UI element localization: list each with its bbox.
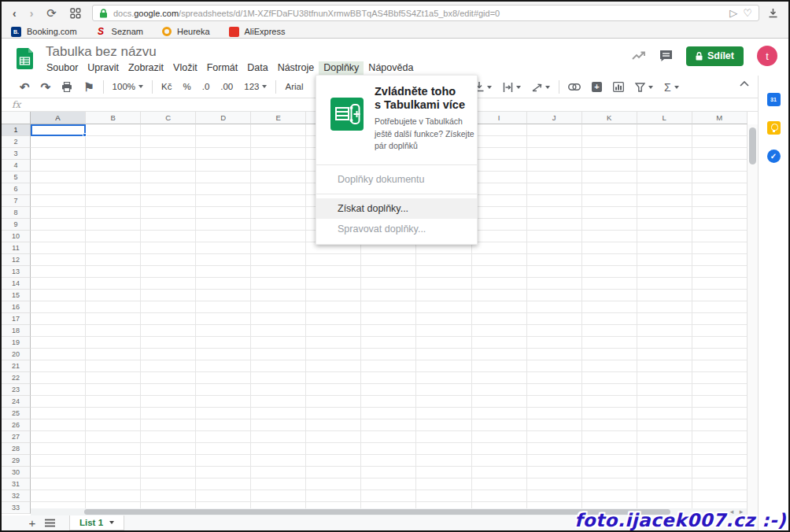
cell-D12[interactable]: [196, 254, 251, 266]
paint-format-button[interactable]: ⚑: [78, 81, 99, 93]
cell-M8[interactable]: [692, 207, 748, 219]
cell-D23[interactable]: [196, 384, 251, 396]
cell-L32[interactable]: [637, 490, 692, 502]
row-header-12[interactable]: 12: [2, 254, 31, 266]
cell-K23[interactable]: [582, 384, 637, 396]
cell-H27[interactable]: [416, 431, 471, 443]
cell-I11[interactable]: [472, 242, 527, 254]
cell-C1[interactable]: [141, 124, 196, 136]
cell-I7[interactable]: [472, 195, 527, 207]
cell-M29[interactable]: [692, 455, 748, 467]
cell-E7[interactable]: [251, 195, 306, 207]
cell-C6[interactable]: [141, 183, 196, 195]
cell-C2[interactable]: [141, 136, 196, 148]
cell-M32[interactable]: [692, 490, 748, 502]
select-all-corner[interactable]: [2, 112, 31, 124]
decrease-decimal-button[interactable]: .0: [197, 82, 216, 91]
cell-H30[interactable]: [416, 467, 471, 478]
cell-K24[interactable]: [582, 396, 637, 408]
bookmark-heureka[interactable]: Heureka: [162, 27, 210, 36]
cell-D1[interactable]: [196, 124, 251, 136]
cell-J14[interactable]: [527, 278, 582, 290]
cell-B2[interactable]: [86, 136, 141, 148]
cell-E11[interactable]: [251, 242, 306, 254]
cell-I30[interactable]: [472, 467, 527, 478]
cell-C32[interactable]: [141, 490, 196, 502]
cell-K15[interactable]: [582, 290, 637, 301]
cell-L17[interactable]: [637, 313, 692, 325]
cell-D3[interactable]: [196, 148, 251, 160]
cell-H22[interactable]: [416, 372, 471, 384]
cell-M9[interactable]: [692, 219, 748, 231]
cell-C16[interactable]: [141, 301, 196, 313]
cell-H14[interactable]: [416, 278, 471, 290]
zoom-select[interactable]: 100%: [107, 82, 149, 91]
cell-F24[interactable]: [306, 396, 361, 408]
row-header-16[interactable]: 16: [2, 301, 31, 313]
filter-button[interactable]: [629, 83, 659, 92]
cell-I1[interactable]: [472, 124, 527, 136]
cell-E10[interactable]: [251, 231, 306, 242]
cell-I22[interactable]: [472, 372, 527, 384]
cell-J25[interactable]: [527, 408, 582, 419]
cell-F22[interactable]: [306, 372, 361, 384]
cell-G31[interactable]: [361, 478, 416, 490]
cell-L8[interactable]: [637, 207, 692, 219]
menu-item-data[interactable]: Data: [242, 61, 272, 75]
cell-M30[interactable]: [692, 467, 748, 478]
cell-D30[interactable]: [196, 467, 251, 478]
cell-D14[interactable]: [196, 278, 251, 290]
cell-J3[interactable]: [527, 148, 582, 160]
cell-J31[interactable]: [527, 478, 582, 490]
cell-E12[interactable]: [251, 254, 306, 266]
cell-D25[interactable]: [196, 408, 251, 419]
account-avatar[interactable]: t: [757, 46, 777, 66]
cell-D22[interactable]: [196, 372, 251, 384]
cell-M4[interactable]: [692, 160, 748, 172]
fill-handle[interactable]: [83, 133, 87, 137]
row-header-31[interactable]: 31: [2, 478, 31, 490]
cell-G13[interactable]: [361, 266, 416, 278]
cell-K32[interactable]: [582, 490, 637, 502]
cell-C9[interactable]: [141, 219, 196, 231]
cell-G23[interactable]: [361, 384, 416, 396]
cell-D27[interactable]: [196, 431, 251, 443]
cell-J8[interactable]: [527, 207, 582, 219]
cell-H32[interactable]: [416, 490, 471, 502]
row-header-27[interactable]: 27: [2, 431, 31, 443]
cell-E3[interactable]: [251, 148, 306, 160]
cell-G32[interactable]: [361, 490, 416, 502]
cell-F15[interactable]: [306, 290, 361, 301]
cell-I6[interactable]: [472, 183, 527, 195]
cell-L25[interactable]: [637, 408, 692, 419]
cell-A32[interactable]: [31, 490, 86, 502]
cell-H20[interactable]: [416, 349, 471, 360]
cell-M7[interactable]: [692, 195, 748, 207]
row-header-15[interactable]: 15: [2, 290, 31, 301]
cell-G16[interactable]: [361, 301, 416, 313]
cell-L20[interactable]: [637, 349, 692, 360]
cell-J2[interactable]: [527, 136, 582, 148]
column-header-e[interactable]: E: [251, 112, 306, 124]
row-header-6[interactable]: 6: [2, 183, 31, 195]
menu-item-dopl-ky[interactable]: Doplňky: [319, 61, 364, 75]
cell-E31[interactable]: [251, 478, 306, 490]
cell-L15[interactable]: [637, 290, 692, 301]
cell-I20[interactable]: [472, 349, 527, 360]
cell-I5[interactable]: [472, 172, 527, 183]
cell-C29[interactable]: [141, 455, 196, 467]
cell-G17[interactable]: [361, 313, 416, 325]
column-header-a[interactable]: A: [31, 112, 86, 124]
row-header-5[interactable]: 5: [2, 172, 31, 183]
cell-B28[interactable]: [86, 443, 141, 455]
cell-J13[interactable]: [527, 266, 582, 278]
cell-L5[interactable]: [637, 172, 692, 183]
cell-K5[interactable]: [582, 172, 637, 183]
cell-L12[interactable]: [637, 254, 692, 266]
back-icon[interactable]: ‹: [13, 8, 17, 19]
cell-A18[interactable]: [31, 325, 86, 337]
cell-G27[interactable]: [361, 431, 416, 443]
cell-L27[interactable]: [637, 431, 692, 443]
column-header-k[interactable]: K: [582, 112, 637, 124]
bookmark-booking-com[interactable]: B.Booking.com: [11, 27, 77, 37]
